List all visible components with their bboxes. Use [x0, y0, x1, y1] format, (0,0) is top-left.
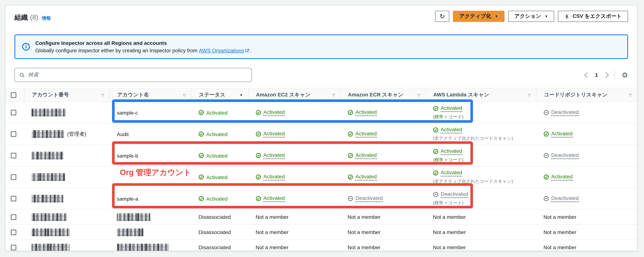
activated-check-icon: Activated	[256, 130, 285, 138]
activate-button[interactable]: アクティブ化 ▼	[453, 11, 504, 22]
account-number-cell	[24, 228, 110, 236]
activated-check-icon: Activated	[544, 130, 572, 138]
filter-icon[interactable]: ▽	[183, 93, 186, 97]
activated-check-icon: Activated	[433, 170, 462, 176]
row-checkbox[interactable]	[11, 174, 16, 180]
status-cell: Activated	[191, 174, 248, 180]
scan-status-value[interactable]: Activated	[441, 105, 462, 112]
column-header-code-repo-scan[interactable]: コードリポジトリスキャン ▽	[536, 88, 637, 102]
code-repo-scan-cell: Deactivated	[536, 152, 637, 159]
ecr-scan-cell: Not a member	[340, 214, 426, 220]
scan-status-value[interactable]: Deactivated	[551, 195, 579, 202]
scan-status-value: Not a member	[348, 214, 380, 220]
actions-button[interactable]: アクション ▼	[508, 11, 554, 22]
filter-icon[interactable]: ▽	[629, 93, 632, 97]
filter-icon[interactable]: ▽	[418, 93, 420, 97]
status-cell: Disassociated	[191, 214, 248, 220]
status-cell: Disassociated	[191, 229, 248, 235]
filter-icon[interactable]: ▽	[332, 93, 335, 97]
lambda-scan-cell: Not a member	[426, 229, 536, 235]
row-select-cell	[6, 174, 24, 180]
export-csv-button[interactable]: CSV をエクスポート	[558, 11, 628, 22]
current-page[interactable]: 1	[595, 72, 598, 78]
ecr-scan-cell: Activated	[340, 173, 426, 181]
scan-status-value[interactable]: Activated	[356, 173, 377, 180]
activated-check-icon: Activated	[348, 173, 377, 180]
lambda-scan-cell: Activated(非アクティブ化されたコードスキャン)	[426, 170, 536, 185]
column-header-ecr-scan[interactable]: Amazon ECR スキャン ▽	[340, 88, 426, 102]
banner-text: Configure Inspector across all Regions a…	[35, 40, 251, 54]
column-header-ec2-scan[interactable]: Amazon EC2 スキャン ▽	[248, 88, 340, 102]
select-all-checkbox[interactable]	[11, 92, 16, 98]
lambda-scan-cell: Activated(標準 + コード)	[426, 148, 536, 163]
row-checkbox[interactable]	[11, 110, 16, 115]
activated-check-icon: Activated	[348, 109, 377, 116]
filter-icon[interactable]: ▽	[102, 93, 104, 97]
row-checkbox[interactable]	[11, 214, 16, 220]
row-select-cell	[6, 131, 24, 137]
scan-status-value[interactable]: Deactivated	[441, 191, 468, 198]
scan-status-value[interactable]: Activated	[264, 109, 285, 116]
status-activated-badge: Activated	[198, 174, 228, 180]
scan-status-value[interactable]: Activated	[441, 170, 462, 176]
account-number-cell: (管理者)	[24, 130, 110, 138]
scan-status-value[interactable]: Activated	[264, 173, 285, 180]
divider	[615, 70, 615, 80]
export-csv-label: CSV をエクスポート	[572, 13, 622, 20]
scan-mode-note: (非アクティブ化されたコードスキャン)	[433, 135, 513, 142]
scan-status-value[interactable]: Activated	[441, 126, 462, 134]
row-checkbox[interactable]	[11, 131, 16, 137]
scan-mode-note: (非アクティブ化されたコードスキャン)	[433, 178, 513, 185]
aws-organizations-link[interactable]: AWS Organizations	[199, 48, 249, 54]
row-checkbox[interactable]	[11, 244, 16, 250]
column-header-status[interactable]: ステータス ▼	[191, 88, 248, 102]
scan-status-value[interactable]: Activated	[551, 130, 572, 138]
lambda-scan-cell: Deactivated(標準 + コード)	[426, 191, 536, 206]
code-repo-scan-cell: Deactivated	[536, 195, 637, 202]
scan-status-value[interactable]: Deactivated	[356, 195, 383, 202]
sort-icon[interactable]: ▼	[239, 93, 243, 97]
scan-status-value[interactable]: Activated	[356, 152, 377, 159]
search-input[interactable]: 検索	[14, 68, 252, 82]
column-header-lambda-scan[interactable]: AWS Lambda スキャン ▽	[426, 88, 536, 102]
info-link[interactable]: 情報	[42, 16, 51, 21]
activated-check-icon: Activated	[433, 105, 462, 112]
redacted-account-name	[117, 213, 150, 221]
status-cell: Activated	[191, 131, 248, 137]
scan-status-value[interactable]: Activated	[264, 130, 285, 138]
scan-status-value: Not a member	[544, 229, 576, 235]
scan-status-value[interactable]: Activated	[356, 130, 377, 138]
next-page-button[interactable]	[603, 72, 609, 78]
settings-gear-icon[interactable]: ⚙	[622, 72, 628, 78]
account-name-text: sample-c	[117, 110, 138, 116]
ecr-scan-cell: Activated	[340, 109, 426, 116]
row-select-cell	[6, 214, 24, 220]
scan-status-value[interactable]: Activated	[441, 148, 462, 155]
row-checkbox[interactable]	[11, 153, 16, 158]
panel-header: 組織(8)情報 ↻ アクティブ化 ▼ アクション ▼	[6, 6, 637, 22]
account-number-cell	[24, 213, 110, 221]
scan-status-value[interactable]: Activated	[356, 109, 377, 116]
scan-status-value[interactable]: Deactivated	[551, 152, 579, 159]
status-activated-badge: Activated	[198, 131, 228, 137]
column-header-account-number[interactable]: アカウント番号 ▽	[24, 88, 110, 102]
scan-status-value[interactable]: Activated	[551, 173, 572, 180]
lambda-scan-cell: Not a member	[426, 214, 536, 220]
redacted-account-number	[32, 130, 64, 138]
account-name-cell	[110, 213, 191, 221]
page: 組織(8)情報 ↻ アクティブ化 ▼ アクション ▼	[0, 0, 644, 257]
scan-status-value[interactable]: Deactivated	[551, 109, 579, 116]
table-row: sample-cActivatedActivatedActivatedActiv…	[6, 102, 637, 124]
row-select-cell	[6, 229, 24, 235]
previous-page-button[interactable]	[584, 72, 590, 78]
row-checkbox[interactable]	[11, 196, 16, 201]
refresh-button[interactable]: ↻	[435, 11, 449, 22]
scan-status-value[interactable]: Activated	[264, 152, 285, 159]
filter-icon[interactable]: ▽	[528, 93, 531, 97]
account-name-text: sample-b	[117, 152, 138, 158]
scan-status-value[interactable]: Activated	[264, 195, 285, 202]
table-row: ActivatedActivatedActivatedActivated(非アク…	[6, 166, 637, 188]
lambda-scan-cell: Activated(標準 + コード)	[426, 105, 536, 120]
column-header-account-name[interactable]: アカウント名 ▽	[110, 88, 191, 102]
row-checkbox[interactable]	[11, 229, 16, 235]
